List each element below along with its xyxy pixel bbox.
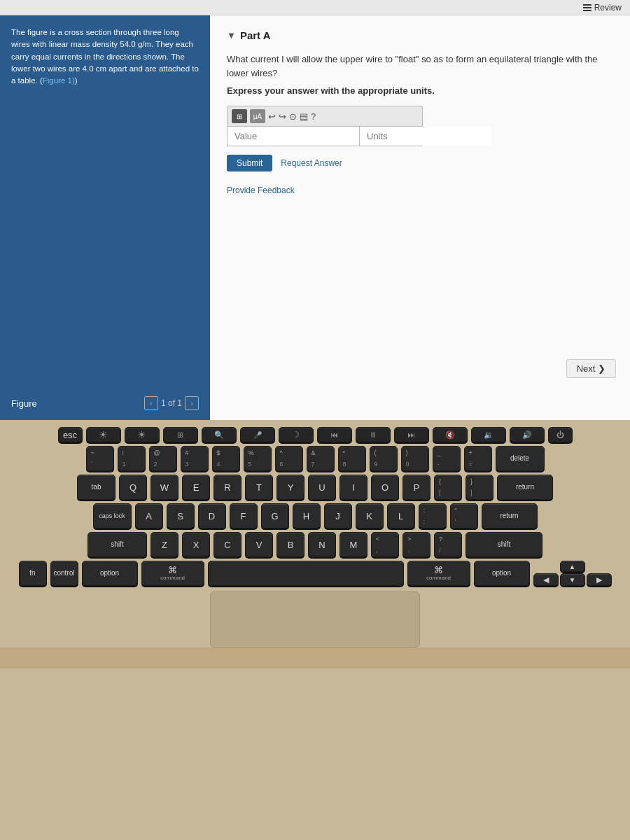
key-rcommand[interactable]: ⌘ command [407, 561, 470, 586]
key-period[interactable]: >. [402, 532, 430, 557]
key-v[interactable]: V [245, 532, 273, 557]
key-m[interactable]: M [340, 532, 368, 557]
key-rbracket[interactable]: }] [465, 475, 493, 500]
key-f6[interactable]: ☽ [279, 427, 314, 442]
key-f8[interactable]: ⏸ [356, 427, 391, 442]
next-button[interactable]: Next ❯ [566, 359, 616, 378]
key-space[interactable] [208, 561, 404, 586]
key-p[interactable]: P [402, 475, 430, 500]
toolbar-undo-icon[interactable]: ↩ [268, 111, 276, 122]
key-t[interactable]: T [245, 475, 273, 500]
key-fn[interactable]: fn [19, 561, 47, 586]
key-backtick[interactable]: ~` [86, 446, 114, 471]
key-f2[interactable]: ☀ [125, 427, 160, 442]
key-2[interactable]: @2 [149, 446, 177, 471]
key-h[interactable]: H [293, 503, 321, 528]
key-semicolon[interactable]: :; [419, 503, 447, 528]
key-roption[interactable]: option [474, 561, 530, 586]
key-z[interactable]: Z [150, 532, 178, 557]
toolbar-matrix-button[interactable]: ⊞ [232, 109, 247, 123]
keyboard-area: esc ☀ ☀ ⊞ 🔍 🎤 ☽ ⏮ ⏸ ⏭ 🔇 🔉 🔊 ⏻ ~` !1 @2 #… [14, 420, 616, 586]
key-g[interactable]: G [261, 503, 289, 528]
key-7[interactable]: &7 [307, 446, 335, 471]
review-label: Review [594, 3, 622, 13]
key-f9[interactable]: ⏭ [394, 427, 429, 442]
request-answer-link[interactable]: Request Answer [281, 158, 342, 168]
key-arrow-down[interactable]: ▼ [560, 573, 585, 586]
units-input[interactable] [360, 127, 491, 146]
toolbar-grid-icon[interactable]: ▤ [300, 111, 308, 122]
key-u[interactable]: U [308, 475, 336, 500]
key-return-2[interactable]: return [482, 503, 538, 528]
key-r[interactable]: R [214, 475, 241, 500]
key-equals[interactable]: += [464, 446, 492, 471]
key-arrow-right[interactable]: ▶ [587, 573, 612, 586]
key-e[interactable]: E [182, 475, 210, 500]
key-4[interactable]: $4 [212, 446, 240, 471]
key-quote[interactable]: "' [450, 503, 478, 528]
submit-button[interactable]: Submit [227, 155, 272, 172]
key-lbracket[interactable]: {[ [434, 475, 462, 500]
key-9[interactable]: (9 [370, 446, 398, 471]
key-k[interactable]: K [356, 503, 384, 528]
key-lcommand[interactable]: ⌘ command [141, 561, 204, 586]
key-n[interactable]: N [308, 532, 336, 557]
key-i[interactable]: I [340, 475, 368, 500]
figure-link[interactable]: Figure 1) [43, 76, 75, 85]
key-w[interactable]: W [150, 475, 178, 500]
key-f10[interactable]: 🔇 [433, 427, 468, 442]
key-return[interactable]: return [497, 475, 553, 500]
key-l[interactable]: L [387, 503, 415, 528]
figure-next-button[interactable]: › [185, 396, 199, 410]
key-x[interactable]: X [182, 532, 210, 557]
key-ctrl[interactable]: control [50, 561, 78, 586]
toolbar-help-icon[interactable]: ? [311, 111, 316, 122]
key-c[interactable]: C [214, 532, 241, 557]
key-j[interactable]: J [324, 503, 352, 528]
key-lcommand-label: command [160, 575, 185, 581]
feedback-link[interactable]: Provide Feedback [227, 186, 295, 195]
trackpad[interactable] [210, 592, 420, 648]
key-3[interactable]: #3 [181, 446, 209, 471]
key-0[interactable]: )0 [401, 446, 429, 471]
key-b[interactable]: B [276, 532, 304, 557]
key-o[interactable]: O [371, 475, 399, 500]
key-loption[interactable]: option [82, 561, 138, 586]
key-arrow-left[interactable]: ◀ [533, 573, 559, 586]
key-q[interactable]: Q [119, 475, 147, 500]
key-f1[interactable]: ☀ [86, 427, 121, 442]
key-arrow-up[interactable]: ▲ [560, 561, 585, 572]
key-d[interactable]: D [198, 503, 226, 528]
key-f7[interactable]: ⏮ [317, 427, 352, 442]
key-minus[interactable]: _- [433, 446, 461, 471]
key-6[interactable]: ^6 [275, 446, 303, 471]
value-input[interactable] [227, 127, 360, 146]
review-link[interactable]: Review [583, 3, 622, 13]
key-f4[interactable]: 🔍 [202, 427, 237, 442]
key-f[interactable]: F [230, 503, 258, 528]
key-f12[interactable]: 🔊 [510, 427, 545, 442]
toolbar-circle-icon[interactable]: ⊙ [289, 111, 297, 122]
key-lshift[interactable]: shift [88, 532, 147, 557]
key-escape[interactable]: esc [58, 427, 83, 442]
key-f11[interactable]: 🔉 [471, 427, 506, 442]
key-tab[interactable]: tab [77, 475, 115, 500]
key-power[interactable]: ⏻ [548, 427, 573, 442]
toolbar-redo-icon[interactable]: ↪ [279, 111, 286, 122]
key-a[interactable]: A [135, 503, 163, 528]
part-header: ▼ Part A [227, 29, 613, 41]
figure-prev-button[interactable]: ‹ [144, 396, 158, 410]
key-y[interactable]: Y [276, 475, 304, 500]
key-delete[interactable]: delete [496, 446, 545, 471]
key-rshift[interactable]: shift [465, 532, 542, 557]
key-comma[interactable]: <, [371, 532, 399, 557]
key-f3[interactable]: ⊞ [163, 427, 198, 442]
key-1[interactable]: !1 [118, 446, 146, 471]
key-8[interactable]: *8 [338, 446, 366, 471]
toolbar-unit-button[interactable]: μA [250, 109, 265, 123]
key-capslock[interactable]: caps lock [93, 503, 132, 528]
key-slash[interactable]: ?/ [434, 532, 462, 557]
key-5[interactable]: %5 [244, 446, 272, 471]
key-f5[interactable]: 🎤 [240, 427, 275, 442]
key-s[interactable]: S [167, 503, 195, 528]
